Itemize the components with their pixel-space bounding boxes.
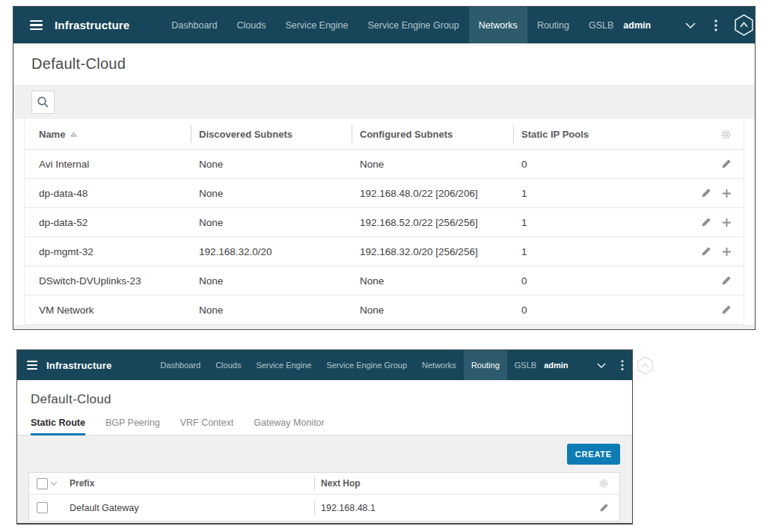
row-checkbox[interactable] (37, 502, 48, 513)
actions-row: CREATE (28, 444, 620, 465)
column-header-configured-subnets[interactable]: Configured Subnets (352, 119, 513, 149)
navbar-right-group: admin (544, 356, 664, 375)
column-label: Static IP Pools (521, 129, 589, 140)
edit-button[interactable] (721, 159, 732, 169)
column-header-actions (582, 478, 619, 489)
cell-actions (690, 246, 744, 257)
page-header: Default-Cloud (17, 380, 632, 407)
nav-item-clouds[interactable]: Clouds (208, 350, 248, 380)
nav-item-gslb[interactable]: GSLB (579, 7, 623, 43)
nav-item-networks[interactable]: Networks (469, 7, 527, 43)
chevron-down-icon[interactable] (597, 363, 606, 368)
search-icon (37, 96, 49, 108)
cell-static-ip-pools: 0 (513, 275, 690, 287)
row-select-control (29, 502, 67, 513)
cell-configured-subnets: None (352, 275, 513, 287)
column-label: Next Hop (321, 478, 361, 489)
column-header-static-ip-pools[interactable]: Static IP Pools (513, 119, 690, 149)
networks-table-header: Name Discovered Subnets Configured Subne… (25, 119, 744, 150)
search-button[interactable] (31, 91, 55, 114)
pencil-icon (721, 275, 732, 286)
cell-actions (690, 188, 744, 198)
pencil-icon (701, 246, 711, 257)
chevron-down-icon[interactable] (50, 481, 58, 486)
tab-gateway-monitor[interactable]: Gateway Monitor (254, 418, 324, 435)
kebab-menu-icon[interactable] (621, 360, 624, 370)
create-button[interactable]: CREATE (567, 444, 620, 465)
chevron-down-icon[interactable] (685, 22, 696, 28)
table-row: dp-data-52 None 192.168.52.0/22 [256/256… (25, 208, 744, 237)
cell-actions (690, 305, 744, 315)
routing-tab-content: CREATE Prefix Next Hop (17, 435, 632, 523)
cell-prefix: Default Gateway (67, 503, 314, 513)
panel-bottom-strip (13, 325, 755, 329)
main-nav: Dashboard Clouds Service Engine Service … (153, 350, 544, 380)
cell-discovered-subnets: None (191, 217, 352, 228)
avi-logo-icon[interactable] (734, 14, 754, 36)
nav-item-service-engine-group[interactable]: Service Engine Group (358, 7, 468, 43)
tab-bgp-peering[interactable]: BGP Peering (105, 418, 160, 435)
user-menu[interactable]: admin (623, 20, 651, 31)
hamburger-menu-icon[interactable] (27, 361, 37, 370)
cell-actions (582, 503, 619, 513)
add-button[interactable] (722, 218, 732, 227)
cell-static-ip-pools: 0 (513, 159, 690, 170)
edit-button[interactable] (701, 188, 711, 198)
cell-static-ip-pools: 1 (513, 246, 690, 257)
cell-name: dp-data-48 (25, 188, 191, 199)
nav-item-dashboard[interactable]: Dashboard (162, 7, 227, 43)
column-header-next-hop[interactable]: Next Hop (314, 473, 582, 494)
tab-static-route[interactable]: Static Route (31, 418, 85, 435)
pencil-icon (721, 305, 732, 315)
column-label: Configured Subnets (360, 129, 453, 140)
nav-item-service-engine[interactable]: Service Engine (275, 7, 358, 43)
cell-discovered-subnets: None (191, 275, 352, 287)
nav-item-dashboard[interactable]: Dashboard (153, 350, 208, 380)
column-header-discovered-subnets[interactable]: Discovered Subnets (191, 119, 352, 149)
add-button[interactable] (722, 189, 732, 198)
nav-item-gslb[interactable]: GSLB (507, 350, 544, 380)
nav-item-routing[interactable]: Routing (527, 7, 579, 43)
main-nav: Dashboard Clouds Service Engine Service … (162, 7, 623, 43)
nav-item-clouds[interactable]: Clouds (227, 7, 275, 43)
kebab-menu-icon[interactable] (714, 19, 717, 31)
cell-configured-subnets: 192.168.48.0/22 [206/206] (352, 188, 513, 199)
column-settings-button[interactable] (720, 129, 732, 140)
nav-item-networks[interactable]: Networks (414, 350, 464, 380)
edit-button[interactable] (721, 305, 732, 315)
page-header: Default-Cloud (13, 43, 755, 85)
column-header-name[interactable]: Name (25, 119, 191, 149)
cell-configured-subnets: None (352, 159, 513, 170)
hamburger-menu-icon[interactable] (30, 20, 43, 30)
cell-actions (690, 217, 744, 227)
cell-name: VM Network (25, 305, 191, 316)
select-all-checkbox[interactable] (37, 478, 48, 489)
cell-discovered-subnets: 192.168.32.0/20 (191, 246, 352, 257)
table-row: Avi Internal None None 0 (25, 150, 744, 179)
gear-icon (598, 478, 609, 489)
add-button[interactable] (722, 247, 732, 257)
gear-icon (720, 129, 732, 140)
cell-static-ip-pools: 0 (513, 305, 690, 316)
edit-button[interactable] (701, 246, 711, 257)
nav-item-service-engine[interactable]: Service Engine (248, 350, 319, 380)
tab-vrf-context[interactable]: VRF Context (180, 418, 234, 435)
pencil-icon (701, 188, 711, 198)
column-header-prefix[interactable]: Prefix (67, 478, 314, 489)
cell-name: dp-mgmt-32 (25, 246, 191, 257)
cell-configured-subnets: 192.168.52.0/22 [256/256] (352, 217, 513, 228)
routing-tabs: Static Route BGP Peering VRF Context Gat… (17, 418, 632, 435)
table-row: DSwitch-DVUplinks-23 None None 0 (25, 266, 744, 296)
column-settings-button[interactable] (598, 478, 609, 489)
table-toolbar (13, 85, 755, 119)
select-all-control (29, 478, 67, 489)
edit-button[interactable] (721, 275, 732, 286)
networks-table: Name Discovered Subnets Configured Subne… (24, 119, 744, 325)
edit-button[interactable] (599, 503, 609, 513)
nav-item-routing[interactable]: Routing (464, 350, 507, 380)
nav-item-service-engine-group[interactable]: Service Engine Group (319, 350, 414, 380)
edit-button[interactable] (701, 217, 711, 227)
avi-logo-icon[interactable] (637, 356, 654, 375)
user-menu[interactable]: admin (544, 361, 568, 370)
page-title: Default-Cloud (31, 55, 126, 73)
